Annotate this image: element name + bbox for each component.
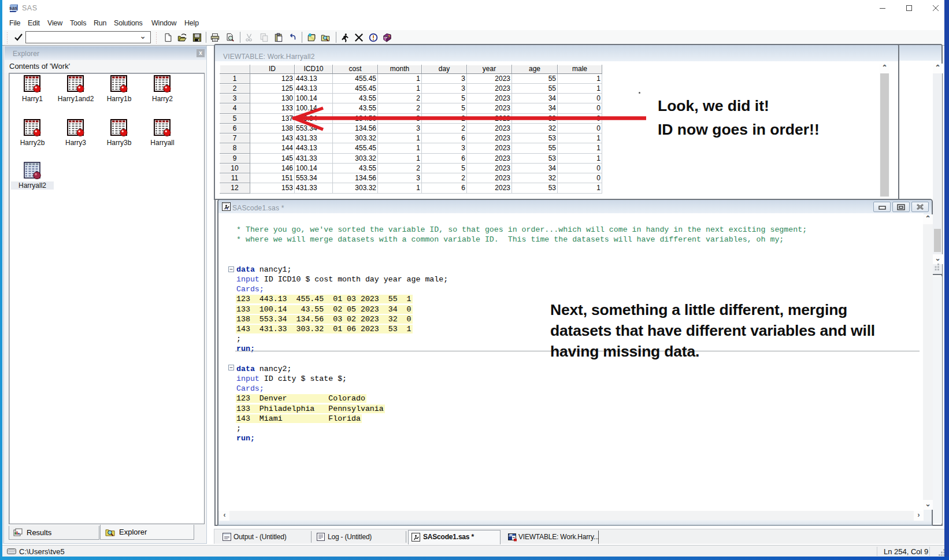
- svg-text:sas: sas: [9, 5, 17, 11]
